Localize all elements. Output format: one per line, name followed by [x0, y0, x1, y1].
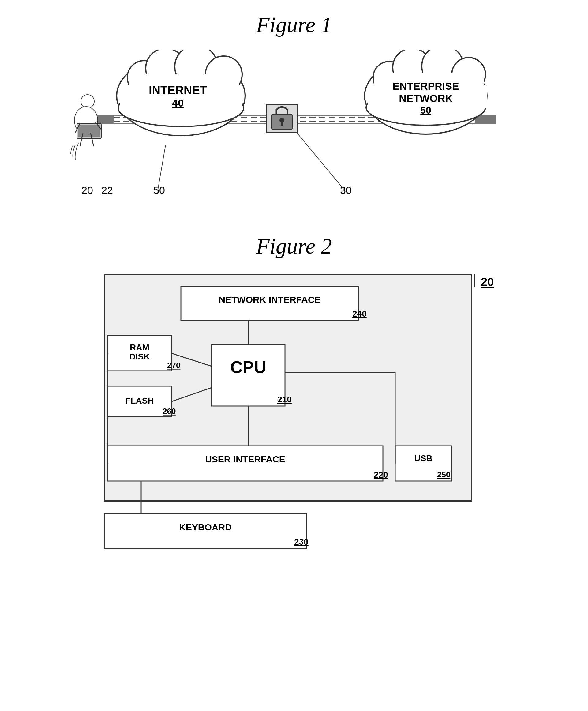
usb-label: USB: [414, 453, 432, 463]
ni-label: NETWORK INTERFACE: [219, 295, 321, 305]
cpu-label: CPU: [230, 357, 266, 376]
ram-label-line1: RAM: [130, 343, 149, 352]
ui-label: USER INTERFACE: [205, 454, 285, 464]
page: Figure 1: [0, 0, 588, 711]
svg-point-16: [81, 94, 94, 108]
keyboard-ref: 230: [294, 537, 308, 546]
figure2-section: Figure 2 20 NETWORK INTERFACE 240 CPU 21…: [0, 234, 588, 565]
ui-ref: 220: [374, 470, 388, 479]
svg-rect-19: [78, 125, 100, 137]
lock-keyhole-slot: [281, 122, 283, 126]
keyboard-label: KEYBOARD: [179, 522, 232, 532]
ref-22: 22: [101, 184, 113, 196]
usb-ref: 250: [437, 470, 450, 479]
ref30-line: [297, 133, 344, 189]
ram-label-line2: DISK: [129, 352, 150, 361]
figure2-svg: 20 NETWORK INTERFACE 240 CPU 210 RAM DIS…: [80, 271, 508, 565]
figure1-svg: INTERNET 40 ENTERPRISE NETWORK 50 20 22 …: [65, 50, 524, 209]
figure2-diagram: 20 NETWORK INTERFACE 240 CPU 210 RAM DIS…: [80, 271, 508, 565]
enterprise-text-line2: NETWORK: [399, 92, 453, 104]
figure1-diagram: INTERNET 40 ENTERPRISE NETWORK 50 20 22 …: [65, 50, 524, 209]
flash-ref: 260: [162, 407, 176, 416]
ni-ref: 240: [352, 309, 367, 319]
internet-ref-text: 40: [172, 97, 184, 109]
figure1-section: Figure 1: [0, 12, 588, 209]
cpu-ref: 210: [277, 395, 292, 404]
flash-label: FLASH: [125, 396, 154, 405]
figure1-title: Figure 1: [256, 12, 332, 38]
enterprise-text-line1: ENTERPRISE: [392, 80, 459, 92]
main-ref-label: 20: [481, 276, 494, 288]
enterprise-ref-text: 50: [420, 105, 431, 116]
internet-text: INTERNET: [149, 84, 207, 97]
ref-50: 50: [153, 184, 165, 196]
enterprise-cloud: [365, 50, 487, 134]
ref-20: 20: [82, 184, 93, 196]
ref50-line: [158, 145, 166, 189]
figure2-title: Figure 2: [256, 234, 332, 259]
ref-30: 30: [340, 184, 352, 196]
person-laptop: [71, 94, 101, 159]
ram-ref: 270: [167, 361, 180, 370]
